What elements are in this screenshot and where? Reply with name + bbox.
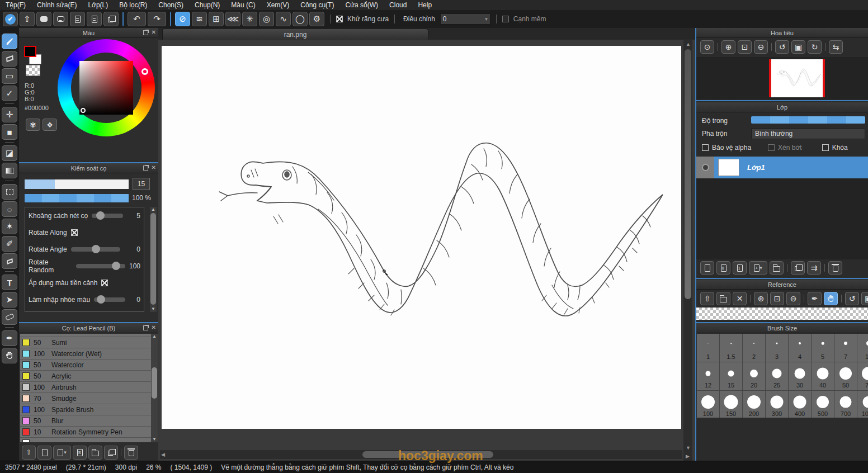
menu-item[interactable]: Xem(V) <box>261 0 295 10</box>
slider-knob[interactable] <box>96 211 105 220</box>
param-checkbox[interactable] <box>71 229 78 236</box>
sv-selector[interactable] <box>81 108 86 113</box>
chat-button[interactable] <box>53 12 68 26</box>
navigator-preview[interactable] <box>696 57 868 100</box>
layer-folder-button[interactable] <box>770 261 784 275</box>
tool-eyedropper[interactable]: ✒ <box>2 330 17 346</box>
snap-concentric-button[interactable]: ◎ <box>259 12 274 26</box>
tool-select-eraser[interactable] <box>2 253 17 269</box>
scroll-up-icon[interactable]: ▲ <box>150 207 157 212</box>
ref-cloud-button[interactable]: ⇧ <box>700 292 714 305</box>
layer-delete-button[interactable] <box>828 261 842 275</box>
scroll-right-icon[interactable]: ▶ <box>686 453 690 459</box>
antialias-checkbox[interactable] <box>336 16 343 22</box>
brush-size-cell[interactable]: 1.5 <box>720 334 742 362</box>
param-slider[interactable] <box>92 214 123 218</box>
brush-item[interactable]: 100Watercolor (Wet) <box>20 348 151 360</box>
snap-parallel-button[interactable]: ≋ <box>192 12 207 26</box>
tool-operation[interactable]: ➤ <box>2 292 17 308</box>
nav-zoom-out-button[interactable]: ⊖ <box>754 40 768 54</box>
brush-folder-button[interactable] <box>88 446 102 460</box>
document-button[interactable] <box>70 12 85 26</box>
brush-new-button[interactable] <box>37 446 51 460</box>
brush-size-cell[interactable]: 40 <box>812 362 834 390</box>
foreground-color-swatch[interactable] <box>24 46 36 57</box>
brush-size-value[interactable]: 15 <box>133 178 150 190</box>
brush-size-cell[interactable]: 10 <box>857 334 868 362</box>
protect-alpha-checkbox[interactable] <box>702 144 709 151</box>
param-slider[interactable] <box>94 297 125 302</box>
tool-fill-shape[interactable]: ■ <box>2 124 17 140</box>
brush-size-cell[interactable]: 200 <box>743 391 765 418</box>
brush-cloud-upload-button[interactable]: ⇧ <box>22 446 36 460</box>
tool-select-rect[interactable] <box>2 184 17 200</box>
menu-item[interactable]: Tệp(F) <box>0 0 31 10</box>
menu-item[interactable]: Lớp(L) <box>82 0 114 10</box>
layer-row[interactable]: Lớp1 <box>696 157 868 178</box>
tool-eraser[interactable] <box>2 51 17 67</box>
brush-item[interactable]: 50Blur <box>20 415 151 427</box>
brush-size-slider[interactable] <box>25 179 129 189</box>
layer-blend-dropdown[interactable]: Bình thường <box>751 129 865 139</box>
param-checkbox[interactable] <box>101 280 108 286</box>
reference-content[interactable] <box>696 308 868 320</box>
soft-edge-checkbox[interactable] <box>502 16 509 22</box>
brush-size-cell[interactable]: 2 <box>743 334 765 362</box>
scrollbar-thumb[interactable] <box>150 213 156 305</box>
snap-ellipse-button[interactable]: ◯ <box>293 12 308 26</box>
ref-eyedropper-button[interactable]: ✒ <box>808 292 822 305</box>
ref-zoom-out-button[interactable]: ⊖ <box>786 292 800 305</box>
scrollbar-thumb[interactable] <box>685 49 691 299</box>
menu-item[interactable]: Chụp(N) <box>189 0 225 10</box>
brush-item[interactable]: 50Watercolor <box>20 360 151 371</box>
layer-duplicate-button[interactable] <box>791 261 805 275</box>
brush-item[interactable]: 50Sumi <box>20 337 151 348</box>
snap-vanishing-button[interactable]: ⋘ <box>225 12 240 26</box>
menu-item[interactable]: Cửa sổ(W) <box>339 0 384 10</box>
brush-size-cell[interactable]: 25 <box>766 362 788 390</box>
brush-item[interactable]: 10Rotation Symmetry Pen <box>20 427 151 438</box>
comment-button[interactable] <box>36 12 51 26</box>
tool-move[interactable]: ✛ <box>2 107 17 122</box>
brush-size-cell[interactable]: 70 <box>857 362 868 390</box>
saturation-value-box[interactable] <box>79 61 133 115</box>
panel-splitter[interactable] <box>696 100 868 101</box>
brush-item-clipped[interactable] <box>20 438 151 442</box>
tool-divide[interactable] <box>2 309 17 325</box>
brush-opacity-slider[interactable] <box>25 194 129 202</box>
brush-size-cell[interactable]: 100 <box>697 391 719 418</box>
scroll-up-icon[interactable]: ▲ <box>151 334 158 339</box>
brush-size-cell[interactable]: 1 <box>697 334 719 362</box>
brush-delete-button[interactable] <box>124 446 138 460</box>
scrollbar-thumb[interactable] <box>152 367 157 399</box>
brush-list-scrollbar[interactable]: ▲ ▼ <box>151 334 158 442</box>
scroll-down-icon[interactable]: ▼ <box>150 306 157 312</box>
close-icon[interactable]: ✕ <box>152 30 156 35</box>
brush-item[interactable]: 100Airbrush <box>20 382 151 393</box>
cloud-sync-button[interactable]: ✔ <box>3 12 18 26</box>
brush-size-cell[interactable]: 5 <box>812 334 834 362</box>
redo-button[interactable]: ↷ <box>148 12 166 26</box>
clipping-checkbox[interactable] <box>768 144 775 151</box>
undo-button[interactable]: ↶ <box>128 12 146 26</box>
brush-size-cell[interactable]: 15 <box>720 362 742 390</box>
ref-fit-button[interactable]: ⊡ <box>770 292 784 305</box>
palette-edit-button[interactable]: ❖ <box>43 119 57 131</box>
layer-merge-button[interactable]: ⇉ <box>807 261 821 275</box>
menu-item[interactable]: Màu (C) <box>225 0 261 10</box>
scroll-up-icon[interactable]: ▲ <box>686 41 691 47</box>
tool-hand[interactable] <box>2 348 17 363</box>
scroll-down-icon[interactable]: ▼ <box>686 445 691 451</box>
brush-size-cell[interactable]: 20 <box>743 362 765 390</box>
lock-checkbox[interactable] <box>822 144 829 151</box>
menu-item[interactable]: Chỉnh sửa(E) <box>31 0 82 10</box>
nav-rotate-cw-button[interactable]: ↻ <box>808 40 822 54</box>
close-icon[interactable]: ✕ <box>152 325 156 330</box>
brush-size-cell[interactable]: 3 <box>766 334 788 362</box>
tool-text[interactable]: T <box>2 275 17 290</box>
ref-rotate-ccw-button[interactable]: ↺ <box>845 292 859 305</box>
brush-size-cell[interactable]: 300 <box>766 391 788 418</box>
brush-duplicate-button[interactable] <box>104 446 118 460</box>
layer-new-1bit-button[interactable]: 1 <box>733 261 747 275</box>
brush-size-cell[interactable]: 700 <box>834 391 857 418</box>
